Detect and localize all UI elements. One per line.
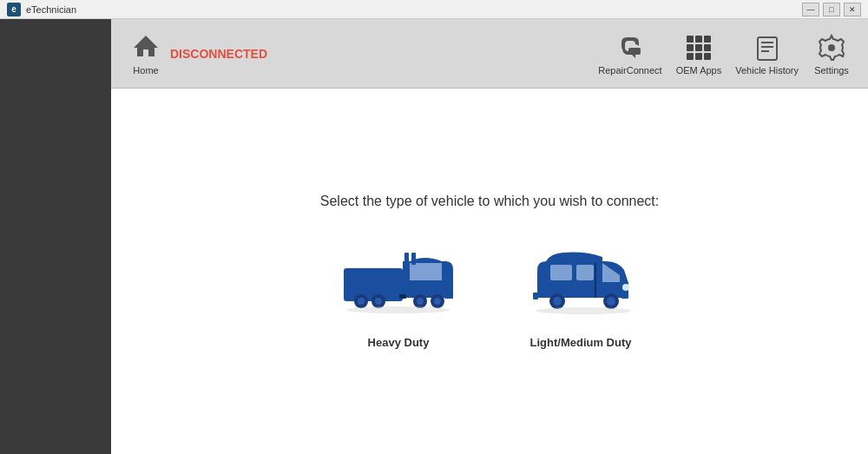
svg-rect-24 — [533, 293, 538, 299]
heavy-duty-icon — [342, 244, 455, 326]
svg-rect-9 — [444, 292, 453, 299]
home-label: Home — [133, 65, 158, 76]
settings-label: Settings — [814, 65, 849, 76]
app-title: eTechnician — [26, 4, 802, 15]
app-icon: e — [7, 3, 21, 16]
svg-point-30 — [536, 307, 631, 314]
light-medium-duty-label: Light/Medium Duty — [530, 336, 632, 349]
vehiclehistory-button[interactable]: Vehicle History — [728, 29, 806, 79]
settings-button[interactable]: Settings — [806, 29, 858, 79]
svg-point-28 — [607, 297, 615, 306]
oemapps-button[interactable]: OEM Apps — [669, 29, 729, 79]
light-medium-duty-option[interactable]: Light/Medium Duty — [524, 244, 637, 349]
svg-rect-6 — [344, 268, 403, 301]
svg-rect-22 — [621, 292, 628, 299]
toolbar: Home DISCONNECTED RepairConnect — [111, 19, 868, 89]
maximize-button[interactable]: □ — [823, 3, 840, 16]
vehicle-options: Heavy Duty — [342, 244, 637, 349]
light-medium-duty-icon — [524, 244, 637, 326]
select-prompt: Select the type of vehicle to which you … — [320, 194, 659, 209]
window-controls: — □ ✕ — [802, 3, 861, 16]
home-button[interactable]: Home — [122, 29, 170, 79]
svg-marker-0 — [134, 36, 158, 56]
close-button[interactable]: ✕ — [844, 3, 861, 16]
svg-rect-7 — [404, 253, 409, 265]
repairconnect-label: RepairConnect — [598, 65, 661, 76]
main-area: Home DISCONNECTED RepairConnect — [111, 19, 868, 454]
svg-point-11 — [358, 298, 365, 305]
settings-icon — [816, 32, 847, 63]
svg-point-23 — [622, 284, 629, 291]
svg-point-19 — [346, 306, 450, 313]
svg-rect-8 — [411, 253, 416, 265]
repairconnect-icon — [615, 32, 646, 63]
svg-rect-1 — [758, 37, 777, 60]
svg-rect-21 — [576, 265, 594, 280]
svg-point-17 — [434, 298, 441, 305]
svg-point-15 — [417, 298, 424, 305]
svg-point-13 — [375, 298, 382, 305]
repairconnect-button[interactable]: RepairConnect — [591, 29, 668, 79]
svg-point-26 — [553, 297, 562, 306]
home-icon — [132, 32, 160, 63]
sidebar — [0, 19, 111, 454]
svg-rect-20 — [550, 265, 572, 280]
svg-point-5 — [828, 44, 835, 51]
oemapps-icon — [683, 32, 714, 63]
vehiclehistory-label: Vehicle History — [735, 65, 799, 76]
svg-rect-18 — [399, 294, 406, 299]
title-bar: e eTechnician — □ ✕ — [0, 0, 868, 19]
app-container: Home DISCONNECTED RepairConnect — [0, 19, 868, 454]
vehiclehistory-icon — [752, 32, 783, 63]
heavy-duty-label: Heavy Duty — [368, 336, 430, 349]
oemapps-label: OEM Apps — [676, 65, 722, 76]
disconnected-status: DISCONNECTED — [170, 47, 591, 61]
minimize-button[interactable]: — — [802, 3, 819, 16]
content-area: Select the type of vehicle to which you … — [111, 89, 868, 454]
heavy-duty-option[interactable]: Heavy Duty — [342, 244, 455, 349]
